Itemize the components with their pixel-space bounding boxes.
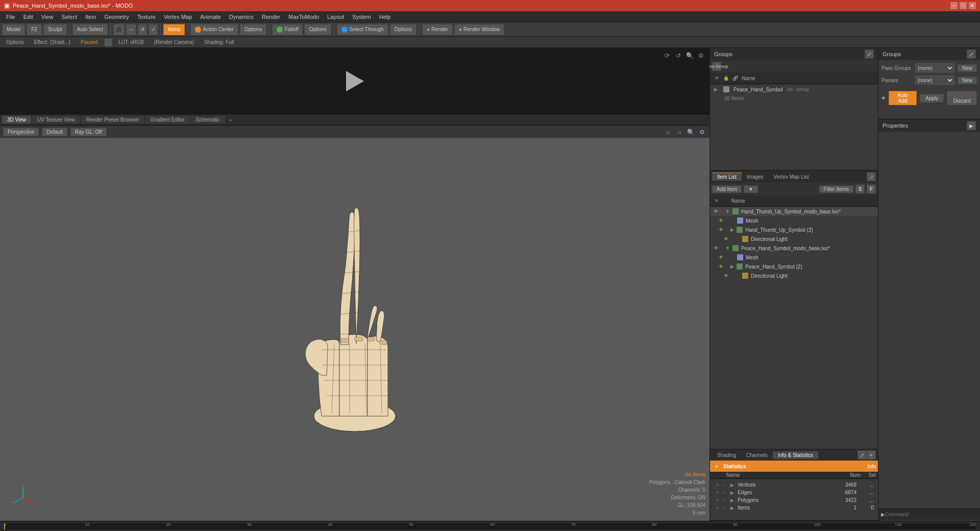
stats-add-btn[interactable]: + bbox=[712, 462, 721, 471]
apply-button[interactable]: Apply bbox=[920, 94, 944, 103]
tab-schematic[interactable]: Schematic bbox=[191, 116, 225, 124]
menu-maxtomodo[interactable]: MaxToModo bbox=[284, 13, 323, 21]
options-label[interactable]: Options bbox=[2, 38, 28, 46]
transform-btn4[interactable]: ⤢ bbox=[149, 24, 158, 35]
stat-add-edges[interactable]: + bbox=[714, 490, 721, 495]
menu-vertex-map[interactable]: Vertex Map bbox=[160, 13, 197, 21]
tab-shading[interactable]: Shading bbox=[712, 451, 741, 459]
props-expand-btn[interactable]: ▶ bbox=[967, 121, 976, 130]
new-group-button[interactable]: New Group bbox=[712, 62, 721, 71]
command-input[interactable] bbox=[885, 512, 977, 517]
maximize-button[interactable]: □ bbox=[960, 2, 967, 9]
stat-add-items[interactable]: + bbox=[714, 505, 721, 511]
menu-layout[interactable]: Layout bbox=[323, 13, 348, 21]
render-window-button[interactable]: ● Render Window bbox=[454, 24, 504, 35]
sculpt-button[interactable]: Sculpt bbox=[43, 24, 67, 35]
tab-uv-texture[interactable]: UV Texture View bbox=[32, 116, 80, 124]
item-list-expand-btn[interactable]: ⤢ bbox=[867, 172, 876, 181]
transform-btn2[interactable]: ↔ bbox=[126, 24, 136, 35]
tab-info-statistics[interactable]: Info & Statistics bbox=[773, 451, 818, 459]
pass-groups-select[interactable]: (none) bbox=[915, 63, 954, 73]
menu-file[interactable]: File bbox=[2, 13, 19, 21]
il-expand-4[interactable]: ▼ bbox=[725, 246, 730, 251]
il-item-0[interactable]: 👁 ▼ Hand_Thumb_Up_Symbol_modo_base.lxo* bbox=[710, 207, 878, 216]
il-item-2[interactable]: 👁 ▶ Hand_Thumb_Up_Symbol (2) bbox=[715, 225, 878, 234]
passes-select[interactable]: (none) bbox=[915, 76, 954, 85]
menu-texture[interactable]: Texture bbox=[133, 13, 160, 21]
il-item-3[interactable]: 👁 Directional Light bbox=[720, 234, 878, 244]
filter-f-btn[interactable]: F bbox=[867, 184, 876, 194]
viewport-3d[interactable]: Perspective Default Ray GL: Off ⌂ ○ 🔍 ⚙ bbox=[0, 126, 709, 521]
perspective-button[interactable]: Perspective bbox=[3, 128, 39, 136]
anim-orbit-btn[interactable]: ⟳ bbox=[663, 51, 672, 60]
anim-zoom-in-btn[interactable]: 🔍 bbox=[685, 51, 694, 60]
tab-3d-view[interactable]: 3D View bbox=[2, 116, 31, 124]
minimize-button[interactable]: ─ bbox=[950, 2, 958, 9]
action-options-button[interactable]: Options bbox=[240, 24, 266, 35]
tab-images[interactable]: Images bbox=[742, 173, 769, 181]
ray-gl-button[interactable]: Ray GL: Off bbox=[70, 128, 107, 136]
transform-btn1[interactable]: ⬛ bbox=[113, 24, 125, 35]
model-button[interactable]: Model bbox=[2, 24, 25, 35]
il-expand-6[interactable]: ▶ bbox=[730, 264, 734, 269]
menu-help[interactable]: Help bbox=[375, 13, 395, 21]
passes-new-button[interactable]: New bbox=[958, 77, 977, 84]
menu-system[interactable]: System bbox=[348, 13, 375, 21]
add-item-arrow[interactable]: ▼ bbox=[744, 185, 758, 193]
tab-gradient-editor[interactable]: Gradient Editor bbox=[145, 116, 190, 124]
items-button[interactable]: Items bbox=[163, 24, 185, 35]
vp-zoom-btn[interactable]: 🔍 bbox=[686, 128, 695, 137]
f2-button[interactable]: F2 bbox=[27, 24, 42, 35]
timeline-bar[interactable]: 0 10 20 30 40 50 60 70 80 90 100 110 120 bbox=[4, 523, 976, 529]
menu-select[interactable]: Select bbox=[57, 13, 81, 21]
group-item-peace[interactable]: ▶ Peace_Hand_Symbol (4) : Group bbox=[710, 84, 878, 94]
vp-orbit-btn[interactable]: ○ bbox=[675, 128, 684, 137]
stat-add-polygons[interactable]: + bbox=[714, 498, 721, 503]
effect-label[interactable]: Effect: (Shadi...) bbox=[30, 38, 75, 46]
add-item-button[interactable]: Add Item bbox=[712, 185, 742, 193]
tab-render-preset[interactable]: Render Preset Browser bbox=[81, 116, 144, 124]
stats-expand-btn[interactable]: ⤢ bbox=[857, 450, 867, 460]
il-item-6[interactable]: 👁 ▶ Peace_Hand_Symbol (2) bbox=[715, 262, 878, 271]
falloff-options-button[interactable]: Options bbox=[304, 24, 331, 35]
status-icon[interactable] bbox=[104, 38, 112, 46]
menu-view[interactable]: View bbox=[37, 13, 58, 21]
stat-expand-vertices[interactable]: ▶ bbox=[730, 482, 736, 488]
menu-edit[interactable]: Edit bbox=[19, 13, 37, 21]
play-button-big[interactable] bbox=[342, 68, 368, 94]
close-button[interactable]: ✕ bbox=[969, 2, 976, 9]
pass-groups-new-button[interactable]: New bbox=[958, 64, 977, 72]
add-viewport-tab[interactable]: + bbox=[226, 116, 235, 124]
filter-items-button[interactable]: Filter Items bbox=[819, 185, 853, 193]
il-item-5[interactable]: 👁 Mesh bbox=[715, 253, 878, 262]
falloff-button[interactable]: Falloff bbox=[272, 24, 303, 35]
il-expand-0[interactable]: ▼ bbox=[725, 209, 730, 214]
default-button[interactable]: Default bbox=[42, 128, 67, 136]
action-center-button[interactable]: Action Center bbox=[190, 24, 238, 35]
auto-add-button[interactable]: Auto Add bbox=[889, 91, 917, 105]
il-item-7[interactable]: 👁 Directional Light bbox=[720, 271, 878, 280]
stat-expand-items[interactable]: ▶ bbox=[730, 505, 736, 511]
stat-add-vertices[interactable]: + bbox=[714, 482, 721, 488]
transform-btn3[interactable]: ↺ bbox=[138, 24, 147, 35]
tab-channels[interactable]: Channels bbox=[741, 451, 773, 459]
il-item-4[interactable]: 👁 ▼ Peace_Hand_Symbol_modo_base.lxo* bbox=[710, 244, 878, 253]
anim-refresh-btn[interactable]: ↺ bbox=[674, 51, 683, 60]
tab-item-list[interactable]: Item List bbox=[712, 173, 742, 181]
menu-animate[interactable]: Animate bbox=[196, 13, 225, 21]
select-through-options-button[interactable]: Options bbox=[390, 24, 416, 35]
filter-s-btn[interactable]: S bbox=[855, 184, 865, 194]
tab-vertex-map-list[interactable]: Vertex Map List bbox=[769, 173, 814, 181]
render-button[interactable]: ● Render bbox=[422, 24, 453, 35]
menu-item[interactable]: Item bbox=[81, 13, 100, 21]
anim-settings-btn[interactable]: ⚙ bbox=[696, 51, 705, 60]
auto-select-button[interactable]: Auto Select bbox=[72, 24, 108, 35]
select-through-button[interactable]: Select Through bbox=[337, 24, 388, 35]
stat-expand-edges[interactable]: ▶ bbox=[730, 490, 736, 495]
vp-settings-btn[interactable]: ⚙ bbox=[697, 128, 706, 137]
menu-dynamics[interactable]: Dynamics bbox=[225, 13, 258, 21]
menu-geometry[interactable]: Geometry bbox=[100, 13, 133, 21]
il-item-1[interactable]: 👁 Mesh bbox=[715, 216, 878, 225]
discard-button[interactable]: ✕ Discard bbox=[947, 91, 977, 105]
expand-groups-btn[interactable]: ⤢ bbox=[865, 50, 874, 59]
